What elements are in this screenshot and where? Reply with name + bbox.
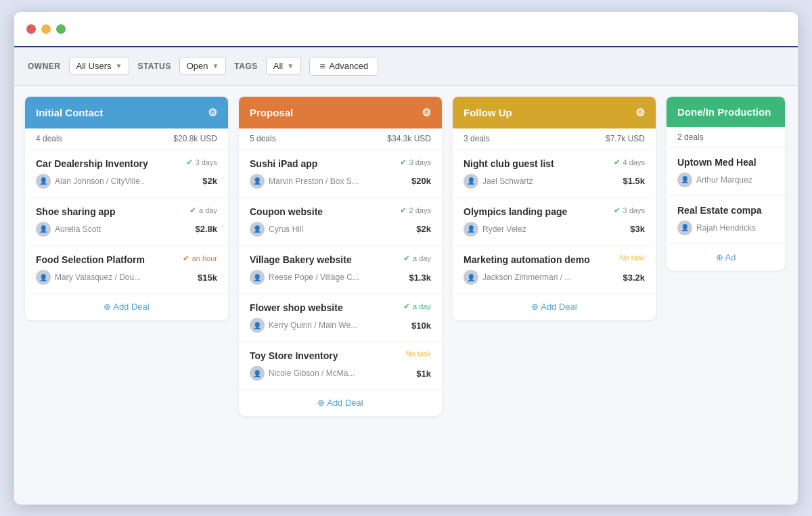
deal-time: ✔ 4 days [614,158,645,167]
deal-time: ✔ 2 days [400,206,431,215]
check-icon: ✔ [614,158,621,167]
deal-card[interactable]: Village Bakery website ✔ a day 👤 Reese P… [239,245,442,294]
column-title-proposal: Proposal [250,107,293,118]
deals-count-follow-up: 3 deals [464,134,490,143]
filter-icon: ≡ [319,61,325,72]
column-stats-initial-contact: 4 deals $20.8k USD [25,128,228,149]
add-deal-button-done[interactable]: ⊕ Ad [667,244,785,271]
minimize-button[interactable] [41,24,51,34]
maximize-button[interactable] [56,24,66,34]
deal-card[interactable]: Shoe sharing app ✔ a day 👤 Aurelia Scott… [25,197,228,245]
avatar: 👤 [250,270,265,285]
deals-total-proposal: $34.3k USD [387,134,431,143]
deal-time: ✔ 3 days [614,206,645,215]
check-icon: ✔ [403,254,410,263]
deal-card[interactable]: Olympics landing page ✔ 3 days 👤 Ryder V… [453,197,656,245]
deal-amount: $15k [198,273,217,283]
deal-card[interactable]: Sushi iPad app ✔ 3 days 👤 Marvin Preston… [239,149,442,197]
column-stats-proposal: 5 deals $34.3k USD [239,128,442,149]
no-task-badge: No task [406,350,431,358]
deal-title: Toy Store Inventory [250,350,406,362]
avatar: 👤 [250,318,265,333]
deal-card[interactable]: Real Estate compa 👤 Rajah Hendricks [667,196,785,244]
deal-meta: 👤 Alan Johnson / CityVille.. $2k [36,174,217,189]
deal-title: Night club guest list [464,158,608,170]
avatar: 👤 [250,174,265,189]
column-title-done: Done/In Production [677,106,771,118]
deal-meta: 👤 Kerry Quinn / Main We... $10k [250,318,431,333]
avatar: 👤 [36,174,51,189]
owner-value: All Users [76,61,112,71]
tags-value: All [273,61,283,71]
deal-amount: $20k [411,176,431,186]
deal-card[interactable]: Food Selection Platform ✔ an hour 👤 Mary… [25,245,228,294]
advanced-label: Advanced [329,61,368,71]
deal-time: ✔ 3 days [186,158,217,167]
status-dropdown[interactable]: Open ▼ [179,57,227,75]
deal-card[interactable]: Night club guest list ✔ 4 days 👤 Jael Sc… [453,149,656,197]
owner-dropdown[interactable]: All Users ▼ [69,57,130,75]
app-window: OWNER All Users ▼ STATUS Open ▼ TAGS All… [14,11,798,505]
column-title-initial-contact: Initial Contact [36,107,103,118]
deal-card[interactable]: Flower shop website ✔ a day 👤 Kerry Quin… [239,294,442,342]
column-initial-contact: Initial Contact ⚙ 4 deals $20.8k USD Car… [25,97,228,321]
settings-icon-initial-contact[interactable]: ⚙ [208,106,217,119]
settings-icon-follow-up[interactable]: ⚙ [635,106,645,119]
add-deal-button-proposal[interactable]: ⊕ Add Deal [239,390,442,416]
deal-meta: 👤 Arthur Marquez [677,172,774,187]
column-proposal: Proposal ⚙ 5 deals $34.3k USD Sushi iPad… [239,97,442,417]
deal-meta: 👤 Marvin Preston / Box S... $20k [250,174,431,189]
check-icon: ✔ [189,206,196,215]
deal-person: 👤 Reese Pope / Village C... [250,270,359,285]
check-icon: ✔ [186,158,193,167]
deal-amount: $2.8k [195,224,217,234]
column-done-production: Done/In Production 2 deals Uptown Med He… [667,97,785,271]
deal-person: 👤 Ryder Velez [464,222,526,237]
deal-amount: $10k [411,321,431,331]
owner-label: OWNER [28,62,61,71]
deal-title: Village Bakery website [250,254,398,266]
deal-person: 👤 Marvin Preston / Box S... [250,174,359,189]
tags-dropdown[interactable]: All ▼ [266,57,301,75]
deal-title: Car Dealership Inventory [36,158,181,170]
column-header-initial-contact: Initial Contact ⚙ [25,97,228,128]
avatar: 👤 [36,222,51,237]
check-icon: ✔ [403,302,410,311]
deal-card[interactable]: Uptown Med Heal 👤 Arthur Marquez [667,148,785,196]
owner-arrow-icon: ▼ [116,62,122,70]
deal-person: 👤 Rajah Hendricks [677,220,756,235]
deal-title: Olympics landing page [464,206,608,218]
deal-card[interactable]: Marketing automation demo No task 👤 Jack… [453,245,656,294]
advanced-button[interactable]: ≡ Advanced [309,57,378,76]
deal-title: Shoe sharing app [36,206,184,218]
deal-time: ✔ an hour [183,254,217,263]
deal-meta: 👤 Mary Valasquez / Dou... $15k [36,270,217,285]
deal-card[interactable]: Toy Store Inventory No task 👤 Nicole Gib… [239,342,442,390]
deal-person: 👤 Alan Johnson / CityVille.. [36,174,145,189]
deal-meta: 👤 Rajah Hendricks [677,220,774,235]
close-button[interactable] [26,24,36,34]
settings-icon-proposal[interactable]: ⚙ [422,106,431,119]
deals-total-follow-up: $7.7k USD [606,134,645,143]
deal-amount: $2k [416,224,431,234]
column-stats-done: 2 deals [667,127,785,148]
deal-card[interactable]: Coupon website ✔ 2 days 👤 Cyrus Hill $2k [239,197,442,245]
avatar: 👤 [464,270,478,285]
deals-total-initial-contact: $20.8k USD [173,134,217,143]
avatar: 👤 [250,222,265,237]
avatar: 👤 [36,270,51,285]
deal-person: 👤 Cyrus Hill [250,222,303,237]
deal-card[interactable]: Car Dealership Inventory ✔ 3 days 👤 Alan… [25,149,228,197]
tags-arrow-icon: ▼ [287,62,294,70]
deal-title: Food Selection Platform [36,254,177,266]
column-header-follow-up: Follow Up ⚙ [453,97,656,128]
avatar: 👤 [250,366,265,381]
deal-person: 👤 Arthur Marquez [677,172,752,187]
deal-person: 👤 Nicole Gibson / McMa... [250,366,355,381]
add-deal-button-follow-up[interactable]: ⊕ Add Deal [453,294,656,320]
deal-time: ✔ a day [403,254,431,263]
deals-count-initial-contact: 4 deals [36,134,62,143]
add-deal-button-initial-contact[interactable]: ⊕ Add Deal [25,294,228,320]
deal-meta: 👤 Cyrus Hill $2k [250,222,431,237]
deal-amount: $3k [630,224,645,234]
